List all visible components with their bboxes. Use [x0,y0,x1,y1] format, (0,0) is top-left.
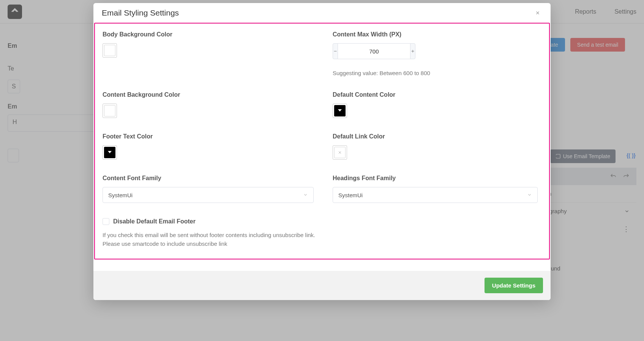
max-width-stepper [333,43,409,59]
field-label: Content Background Color [103,91,314,98]
modal-footer: Update Settings [93,271,551,300]
email-styling-modal: Email Styling Settings Body Background C… [93,3,551,300]
field-label: Headings Font Family [333,175,541,182]
increase-button[interactable] [410,43,415,59]
update-settings-button[interactable]: Update Settings [485,278,543,293]
checkbox-label: Disable Default Email Footer [113,218,196,225]
body-bg-color-field: Body Background Color [103,31,314,76]
close-button[interactable] [533,8,542,17]
body-bg-color-picker[interactable] [103,43,117,58]
modal-header: Email Styling Settings [93,3,551,23]
close-icon [338,150,342,155]
minus-icon [333,49,338,53]
content-font-field: Content Font Family SystemUi [103,175,314,203]
field-label: Default Content Color [333,91,541,98]
modal-body: Body Background Color Content Max Width … [94,23,550,259]
modal-title: Email Styling Settings [102,8,179,17]
disable-footer-field: Disable Default Email Footer If you chec… [103,218,541,248]
chevron-down-icon [527,192,532,198]
field-label: Content Max Width (PX) [333,31,541,38]
default-content-color-field: Default Content Color [333,91,541,118]
select-value: SystemUi [338,192,363,198]
content-color-picker[interactable] [333,104,347,118]
content-max-width-field: Content Max Width (PX) Suggesting value:… [333,31,541,76]
disable-footer-checkbox[interactable] [103,218,109,225]
close-icon [535,10,540,16]
max-width-hint: Suggesting value: Between 600 to 800 [333,70,541,76]
select-value: SystemUi [108,192,133,198]
content-bg-color-picker[interactable] [103,104,117,118]
disable-footer-checkbox-row: Disable Default Email Footer [103,218,541,225]
field-label: Content Font Family [103,175,314,182]
field-label: Footer Text Color [103,133,314,140]
footer-text-color-field: Footer Text Color [103,133,314,160]
headings-font-select[interactable]: SystemUi [333,187,538,203]
content-font-select[interactable]: SystemUi [103,187,314,203]
link-color-picker[interactable] [333,145,347,160]
headings-font-field: Headings Font Family SystemUi [333,175,541,203]
field-label: Body Background Color [103,31,314,38]
max-width-input[interactable] [338,43,410,59]
decrease-button[interactable] [333,43,338,59]
content-bg-color-field: Content Background Color [103,91,314,118]
field-label: Default Link Color [333,133,541,140]
footer-note: If you check this email will be sent wit… [103,231,541,248]
default-link-color-field: Default Link Color [333,133,541,160]
modal-overlay: Email Styling Settings Body Background C… [0,0,644,341]
plus-icon [410,49,415,53]
footer-text-color-picker[interactable] [103,145,117,160]
chevron-down-icon [303,192,308,198]
